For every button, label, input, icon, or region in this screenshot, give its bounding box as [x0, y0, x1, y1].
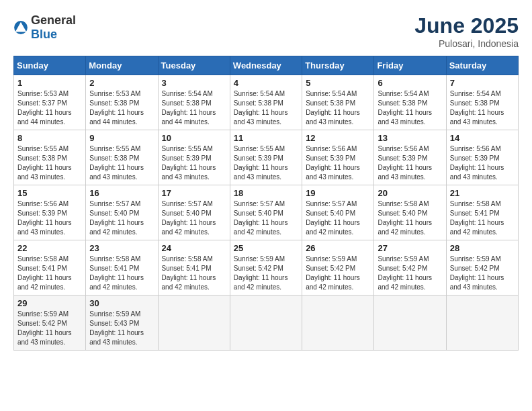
day-info: Sunrise: 5:55 AM Sunset: 5:39 PM Dayligh… [234, 144, 298, 182]
calendar-cell: 6 Sunrise: 5:54 AM Sunset: 5:38 PM Dayli… [374, 75, 446, 130]
day-info: Sunrise: 5:56 AM Sunset: 5:39 PM Dayligh… [450, 144, 515, 182]
calendar-cell: 14 Sunrise: 5:56 AM Sunset: 5:39 PM Dayl… [446, 130, 518, 185]
weekday-header-row: SundayMondayTuesdayWednesdayThursdayFrid… [14, 56, 519, 75]
day-info: Sunrise: 5:59 AM Sunset: 5:42 PM Dayligh… [17, 310, 82, 347]
title-area: June 2025 Pulosari, Indonesia [414, 13, 519, 49]
day-info: Sunrise: 5:54 AM Sunset: 5:38 PM Dayligh… [162, 89, 226, 127]
day-info: Sunrise: 5:57 AM Sunset: 5:40 PM Dayligh… [89, 199, 154, 237]
day-number: 17 [162, 188, 226, 198]
day-info: Sunrise: 5:55 AM Sunset: 5:39 PM Dayligh… [162, 144, 226, 182]
day-number: 5 [306, 78, 370, 88]
calendar-week-row: 22 Sunrise: 5:58 AM Sunset: 5:41 PM Dayl… [14, 240, 519, 295]
calendar-cell: 29 Sunrise: 5:59 AM Sunset: 5:42 PM Dayl… [14, 295, 86, 351]
calendar-cell: 16 Sunrise: 5:57 AM Sunset: 5:40 PM Dayl… [86, 185, 158, 240]
day-info: Sunrise: 5:57 AM Sunset: 5:40 PM Dayligh… [234, 199, 298, 237]
logo-icon [13, 20, 28, 35]
day-info: Sunrise: 5:59 AM Sunset: 5:42 PM Dayligh… [234, 255, 298, 292]
day-info: Sunrise: 5:56 AM Sunset: 5:39 PM Dayligh… [17, 199, 82, 237]
day-number: 12 [306, 133, 370, 143]
day-info: Sunrise: 5:58 AM Sunset: 5:40 PM Dayligh… [378, 199, 442, 237]
day-number: 23 [89, 243, 154, 253]
day-number: 29 [17, 298, 82, 308]
calendar-cell [158, 295, 230, 351]
day-number: 20 [378, 188, 442, 198]
weekday-header: Sunday [14, 56, 86, 75]
day-number: 11 [234, 133, 298, 143]
calendar-cell: 11 Sunrise: 5:55 AM Sunset: 5:39 PM Dayl… [230, 130, 302, 185]
logo-text-general: General [31, 13, 76, 27]
weekday-header: Tuesday [158, 56, 230, 75]
calendar-cell: 20 Sunrise: 5:58 AM Sunset: 5:40 PM Dayl… [374, 185, 446, 240]
day-number: 28 [450, 243, 515, 253]
day-info: Sunrise: 5:54 AM Sunset: 5:38 PM Dayligh… [306, 89, 370, 127]
calendar-week-row: 1 Sunrise: 5:53 AM Sunset: 5:37 PM Dayli… [14, 75, 519, 130]
calendar-cell: 8 Sunrise: 5:55 AM Sunset: 5:38 PM Dayli… [14, 130, 86, 185]
day-info: Sunrise: 5:59 AM Sunset: 5:43 PM Dayligh… [89, 310, 154, 347]
calendar-cell: 23 Sunrise: 5:58 AM Sunset: 5:41 PM Dayl… [86, 240, 158, 295]
day-info: Sunrise: 5:57 AM Sunset: 5:40 PM Dayligh… [306, 199, 370, 237]
calendar-cell: 22 Sunrise: 5:58 AM Sunset: 5:41 PM Dayl… [14, 240, 86, 295]
calendar-cell: 10 Sunrise: 5:55 AM Sunset: 5:39 PM Dayl… [158, 130, 230, 185]
day-number: 18 [234, 188, 298, 198]
calendar-cell: 15 Sunrise: 5:56 AM Sunset: 5:39 PM Dayl… [14, 185, 86, 240]
day-number: 24 [162, 243, 226, 253]
header: General Blue June 2025 Pulosari, Indones… [13, 13, 519, 49]
day-info: Sunrise: 5:59 AM Sunset: 5:42 PM Dayligh… [450, 255, 515, 292]
calendar-cell: 13 Sunrise: 5:56 AM Sunset: 5:39 PM Dayl… [374, 130, 446, 185]
day-number: 2 [89, 78, 154, 88]
calendar-cell: 27 Sunrise: 5:59 AM Sunset: 5:42 PM Dayl… [374, 240, 446, 295]
calendar-cell: 25 Sunrise: 5:59 AM Sunset: 5:42 PM Dayl… [230, 240, 302, 295]
calendar-cell: 9 Sunrise: 5:55 AM Sunset: 5:38 PM Dayli… [86, 130, 158, 185]
calendar-week-row: 8 Sunrise: 5:55 AM Sunset: 5:38 PM Dayli… [14, 130, 519, 185]
day-number: 8 [17, 133, 82, 143]
day-info: Sunrise: 5:56 AM Sunset: 5:39 PM Dayligh… [306, 144, 370, 182]
day-number: 30 [89, 298, 154, 308]
day-number: 25 [234, 243, 298, 253]
calendar-cell: 3 Sunrise: 5:54 AM Sunset: 5:38 PM Dayli… [158, 75, 230, 130]
weekday-header: Saturday [446, 56, 518, 75]
day-info: Sunrise: 5:59 AM Sunset: 5:42 PM Dayligh… [306, 255, 370, 292]
calendar-title: June 2025 [414, 13, 519, 38]
day-number: 21 [450, 188, 515, 198]
calendar-cell: 19 Sunrise: 5:57 AM Sunset: 5:40 PM Dayl… [302, 185, 374, 240]
calendar-cell: 1 Sunrise: 5:53 AM Sunset: 5:37 PM Dayli… [14, 75, 86, 130]
calendar-week-row: 29 Sunrise: 5:59 AM Sunset: 5:42 PM Dayl… [14, 295, 519, 351]
calendar-cell: 26 Sunrise: 5:59 AM Sunset: 5:42 PM Dayl… [302, 240, 374, 295]
day-info: Sunrise: 5:53 AM Sunset: 5:38 PM Dayligh… [89, 89, 154, 127]
day-info: Sunrise: 5:54 AM Sunset: 5:38 PM Dayligh… [234, 89, 298, 127]
day-number: 6 [378, 78, 442, 88]
day-number: 27 [378, 243, 442, 253]
day-number: 1 [17, 78, 82, 88]
day-number: 15 [17, 188, 82, 198]
day-info: Sunrise: 5:58 AM Sunset: 5:41 PM Dayligh… [89, 255, 154, 292]
day-info: Sunrise: 5:58 AM Sunset: 5:41 PM Dayligh… [162, 255, 226, 292]
day-info: Sunrise: 5:55 AM Sunset: 5:38 PM Dayligh… [17, 144, 82, 182]
day-number: 19 [306, 188, 370, 198]
day-number: 3 [162, 78, 226, 88]
calendar-cell: 28 Sunrise: 5:59 AM Sunset: 5:42 PM Dayl… [446, 240, 518, 295]
calendar-cell: 7 Sunrise: 5:54 AM Sunset: 5:38 PM Dayli… [446, 75, 518, 130]
weekday-header: Friday [374, 56, 446, 75]
logo-text-blue: Blue [31, 28, 57, 41]
day-info: Sunrise: 5:54 AM Sunset: 5:38 PM Dayligh… [450, 89, 515, 127]
day-number: 26 [306, 243, 370, 253]
day-number: 9 [89, 133, 154, 143]
day-info: Sunrise: 5:57 AM Sunset: 5:40 PM Dayligh… [162, 199, 226, 237]
calendar-week-row: 15 Sunrise: 5:56 AM Sunset: 5:39 PM Dayl… [14, 185, 519, 240]
weekday-header: Wednesday [230, 56, 302, 75]
day-info: Sunrise: 5:53 AM Sunset: 5:37 PM Dayligh… [17, 89, 82, 127]
day-info: Sunrise: 5:55 AM Sunset: 5:38 PM Dayligh… [89, 144, 154, 182]
day-info: Sunrise: 5:59 AM Sunset: 5:42 PM Dayligh… [378, 255, 442, 292]
day-number: 7 [450, 78, 515, 88]
calendar-cell: 5 Sunrise: 5:54 AM Sunset: 5:38 PM Dayli… [302, 75, 374, 130]
calendar-cell: 4 Sunrise: 5:54 AM Sunset: 5:38 PM Dayli… [230, 75, 302, 130]
calendar-cell: 17 Sunrise: 5:57 AM Sunset: 5:40 PM Dayl… [158, 185, 230, 240]
calendar-cell: 18 Sunrise: 5:57 AM Sunset: 5:40 PM Dayl… [230, 185, 302, 240]
day-info: Sunrise: 5:58 AM Sunset: 5:41 PM Dayligh… [450, 199, 515, 237]
day-info: Sunrise: 5:58 AM Sunset: 5:41 PM Dayligh… [17, 255, 82, 292]
calendar-cell: 30 Sunrise: 5:59 AM Sunset: 5:43 PM Dayl… [86, 295, 158, 351]
day-number: 14 [450, 133, 515, 143]
calendar-cell: 21 Sunrise: 5:58 AM Sunset: 5:41 PM Dayl… [446, 185, 518, 240]
calendar-cell: 24 Sunrise: 5:58 AM Sunset: 5:41 PM Dayl… [158, 240, 230, 295]
calendar-cell [446, 295, 518, 351]
